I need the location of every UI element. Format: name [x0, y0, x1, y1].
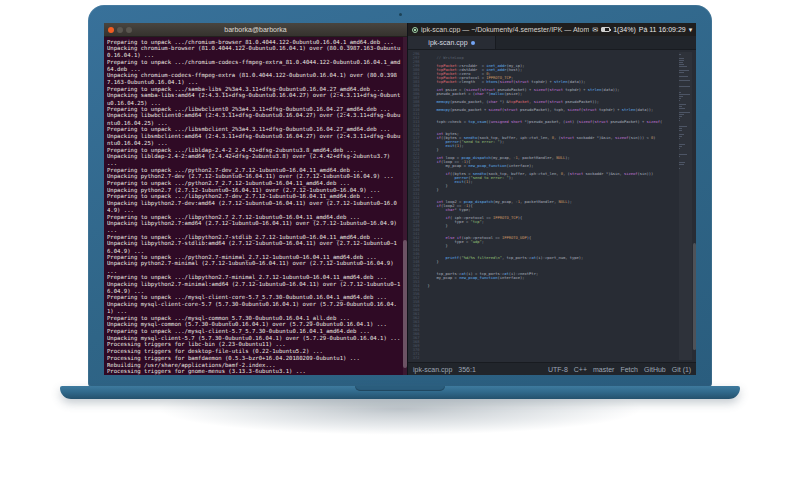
terminal-line: Preparing to unpack .../libpython2.7-dev…	[107, 194, 401, 201]
laptop-lid: barborka@barborka Preparing to unpack ..…	[88, 5, 712, 387]
terminal-line: Preparing to unpack .../libsmbclient_2%3…	[107, 126, 401, 133]
minimap-line	[679, 114, 683, 115]
minimap-line	[679, 134, 684, 135]
status-item-utf-8[interactable]: UTF-8	[548, 366, 568, 373]
minimap-line	[679, 126, 686, 127]
terminal-line: Unpacking mysql-common (5.7.30-0ubuntu0.…	[107, 321, 401, 328]
terminal-line: Unpacking mysql-client-core-5.7 (5.7.30-…	[107, 301, 401, 314]
minimap-line	[679, 130, 681, 131]
minimap-line	[679, 156, 680, 157]
tab-ipk-scan[interactable]: ipk-scan.cpp	[408, 36, 496, 49]
status-item-github[interactable]: GitHub	[644, 366, 666, 373]
terminal-line: Unpacking libwbclient0:amd64 (2:4.3.11+d…	[107, 113, 401, 126]
terminal-line: Preparing to unpack .../samba-libs_2%3a4…	[107, 86, 401, 93]
battery-icon[interactable]	[601, 27, 610, 32]
terminal-line: Processing triggers for bamfdaemon (0.5.…	[107, 355, 401, 362]
minimap-line	[679, 144, 684, 145]
terminal-title: barborka@barborka	[104, 26, 407, 33]
tab-bar: ipk-scan.cpp	[408, 36, 696, 50]
minimap-line	[679, 154, 687, 155]
terminal-body[interactable]: Preparing to unpack .../chromium-browser…	[104, 37, 407, 375]
minimap-line	[679, 96, 683, 97]
minimap-line	[679, 54, 681, 55]
editor-window: ipk-scan.cpp — ~/Dokumenty/4.semester/IP…	[408, 23, 696, 375]
terminal-line: Unpacking python2.7-minimal (2.7.12-1ubu…	[107, 261, 401, 274]
terminal-line: Preparing to unpack .../libwbclient0_2%3…	[107, 106, 401, 113]
minimap-line	[679, 148, 680, 149]
terminal-output: Preparing to unpack .../chromium-browser…	[107, 39, 401, 375]
terminal-line: Processing triggers for libc-bin (2.23-0…	[107, 342, 401, 349]
minimap-line	[679, 100, 680, 101]
code-editor[interactable]: 296297 // WriteLoop298299 tcpPacket->src…	[408, 50, 696, 362]
status-item-git-1-[interactable]: Git (1)	[672, 366, 691, 373]
status-bar: ipk-scan.cpp356:1 UTF-8C++masterFetchGit…	[408, 362, 696, 375]
mail-icon[interactable]: ✉	[592, 26, 598, 33]
minimap-line	[679, 58, 684, 59]
laptop-shadow	[90, 396, 710, 468]
terminal-line: Preparing to unpack .../libpython2.7_2.7…	[107, 214, 401, 221]
webcam-icon	[399, 13, 402, 16]
minimap-line	[679, 106, 681, 107]
minimap-line	[679, 128, 681, 129]
minimap-line	[679, 146, 682, 147]
minimap-line	[679, 164, 684, 165]
minimap-line	[679, 98, 681, 99]
minimap-line	[679, 86, 690, 87]
status-left: ipk-scan.cpp356:1	[413, 366, 476, 373]
terminal-line: Preparing to unpack .../mysql-client-cor…	[107, 295, 401, 302]
terminal-line: Unpacking libpython2.7-minimal:amd64 (2.…	[107, 281, 401, 294]
editor-scrollbar[interactable]	[693, 50, 696, 362]
minimap-line	[679, 116, 681, 117]
status-item-c-[interactable]: C++	[574, 366, 587, 373]
minimap-line	[679, 120, 680, 121]
status-item-master[interactable]: master	[593, 366, 614, 373]
minimap-line	[679, 138, 680, 139]
terminal-line: Unpacking samba-libs:amd64 (2:4.3.11+dfs…	[107, 93, 401, 106]
code-line: 313 tcph->check = tcp_csum((unsigned sho…	[408, 120, 688, 124]
session-chevron-icon[interactable]: ▾	[689, 26, 693, 33]
minimap-line	[679, 108, 684, 109]
minimap-line	[679, 64, 683, 65]
terminal-window: barborka@barborka Preparing to unpack ..…	[104, 23, 408, 375]
minimap-line	[679, 80, 690, 81]
terminal-scrollbar-thumb[interactable]	[403, 240, 407, 368]
terminal-line: Preparing to unpack .../chromium-codecs-…	[107, 59, 401, 72]
terminal-line: Processing triggers for desktop-file-uti…	[107, 348, 401, 355]
terminal-line: Preparing to unpack .../chromium-browser…	[107, 39, 401, 46]
minimap-line	[679, 92, 681, 93]
status-item-ipk-scan-cpp[interactable]: ipk-scan.cpp	[413, 366, 452, 373]
terminal-line: Preparing to unpack .../python2.7-dev_2.…	[107, 167, 401, 174]
minimap-line	[679, 70, 689, 71]
minimap-line	[679, 66, 687, 67]
terminal-scrollbar[interactable]	[403, 37, 407, 375]
status-right: UTF-8C++masterFetchGitHubGit (1)	[548, 366, 691, 373]
minimap[interactable]	[679, 52, 692, 360]
terminal-line: Preparing to unpack .../python2.7_2.7.12…	[107, 180, 401, 187]
terminal-line: Unpacking chromium-codecs-ffmpeg-extra (…	[107, 73, 401, 86]
battery-label: 1(34%)	[613, 26, 636, 33]
code-lines: 296297 // WriteLoop298299 tcpPacket->src…	[408, 52, 688, 360]
top-panel: ipk-scan.cpp — ~/Dokumenty/4.semester/IP…	[408, 23, 696, 36]
minimap-line	[679, 62, 682, 63]
terminal-titlebar[interactable]: barborka@barborka	[104, 23, 407, 37]
status-item-356-1[interactable]: 356:1	[458, 366, 476, 373]
laptop-base	[60, 386, 740, 399]
code-line: 372	[408, 356, 688, 360]
terminal-line: Preparing to unpack .../mysql-client-5.7…	[107, 328, 401, 335]
clock[interactable]: Pá 11 16:09:29	[639, 26, 686, 33]
terminal-line: Preparing to unpack .../libpython2.7-std…	[107, 234, 401, 241]
terminal-line: Preparing to unpack .../libpython2.7-min…	[107, 274, 401, 281]
minimap-line	[679, 136, 682, 137]
modified-dot-icon	[471, 41, 475, 45]
terminal-line: Unpacking python2.7 (2.7.12-1ubuntu0~16.…	[107, 187, 401, 194]
desktop-mockup: barborka@barborka Preparing to unpack ..…	[0, 0, 800, 477]
minimap-line	[679, 60, 684, 61]
minimap-line	[679, 72, 684, 73]
terminal-line: Processing triggers for gnome-menus (3.1…	[107, 369, 401, 375]
editor-scrollbar-thumb[interactable]	[693, 243, 696, 349]
minimap-line	[679, 94, 690, 95]
tab-label: ipk-scan.cpp	[428, 39, 467, 46]
status-item-fetch[interactable]: Fetch	[620, 366, 638, 373]
window-title: ipk-scan.cpp — ~/Dokumenty/4.semester/IP…	[421, 26, 589, 33]
terminal-line: Preparing to unpack .../python2.7-minima…	[107, 254, 401, 261]
